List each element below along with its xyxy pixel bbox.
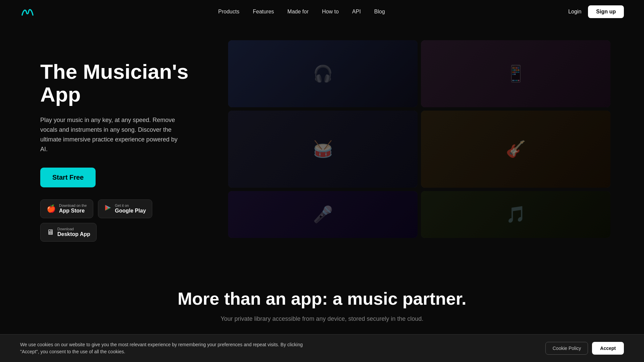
desktop-main-label: Desktop App xyxy=(57,231,90,237)
app-store-main-label: App Store xyxy=(59,207,87,214)
desktop-small-label: Download xyxy=(57,227,90,231)
app-store-small-label: Download on the xyxy=(59,204,87,207)
accept-cookies-button[interactable]: Accept xyxy=(592,342,624,355)
nav-features[interactable]: Features xyxy=(253,9,274,14)
signup-button[interactable]: Sign up xyxy=(588,5,624,18)
desktop-app-button[interactable]: 🖥 Download Desktop App xyxy=(40,223,97,242)
section-more: More than an app: a music partner. Your … xyxy=(0,262,644,343)
hero-content: The Musician's App Play your music in an… xyxy=(40,40,208,242)
cookie-actions: Cookie Policy Accept xyxy=(545,342,624,355)
app-store-button[interactable]: 🍎 Download on the App Store xyxy=(40,199,93,218)
cookie-text: We use cookies on our website to give yo… xyxy=(20,341,322,355)
cookie-banner: We use cookies on our website to give yo… xyxy=(0,334,644,362)
nav-api[interactable]: API xyxy=(352,9,361,14)
google-play-icon xyxy=(104,204,112,213)
google-play-main-label: Google Play xyxy=(115,207,146,214)
apple-icon: 🍎 xyxy=(47,204,56,213)
nav-products[interactable]: Products xyxy=(218,9,239,14)
cookie-policy-button[interactable]: Cookie Policy xyxy=(545,342,588,355)
hero-title: The Musician's App xyxy=(40,60,208,106)
nav-links: Products Features Made for How to API Bl… xyxy=(218,9,385,15)
google-play-small-label: Get it on xyxy=(115,204,146,207)
hero-images: 🎧 📱 🥁 🎸 🎤 xyxy=(228,40,610,238)
hero-image-4: 🎸 xyxy=(421,111,610,188)
start-free-button[interactable]: Start Free xyxy=(40,168,96,187)
hero-section: The Musician's App Play your music in an… xyxy=(0,0,644,262)
nav-actions: Login Sign up xyxy=(568,5,624,18)
nav-made-for[interactable]: Made for xyxy=(287,9,309,14)
hero-description: Play your music in any key, at any speed… xyxy=(40,115,181,154)
section-more-title: More than an app: a music partner. xyxy=(34,289,610,309)
hero-image-1: 🎧 xyxy=(228,40,418,107)
download-buttons: 🍎 Download on the App Store xyxy=(40,199,208,242)
login-button[interactable]: Login xyxy=(568,9,581,15)
hero-image-2: 📱 xyxy=(421,40,610,107)
section-more-subtitle: Your private library accessible from any… xyxy=(34,315,610,322)
desktop-icon: 🖥 xyxy=(47,228,54,237)
nav-how-to[interactable]: How to xyxy=(322,9,339,14)
hero-image-3: 🥁 xyxy=(228,111,418,188)
hero-image-6: 🎵 xyxy=(421,191,610,238)
google-play-button[interactable]: Get it on Google Play xyxy=(98,199,152,218)
hero-image-5: 🎤 xyxy=(228,191,418,238)
logo[interactable] xyxy=(20,4,35,19)
nav-blog[interactable]: Blog xyxy=(374,9,385,14)
navbar: Products Features Made for How to API Bl… xyxy=(0,0,644,23)
